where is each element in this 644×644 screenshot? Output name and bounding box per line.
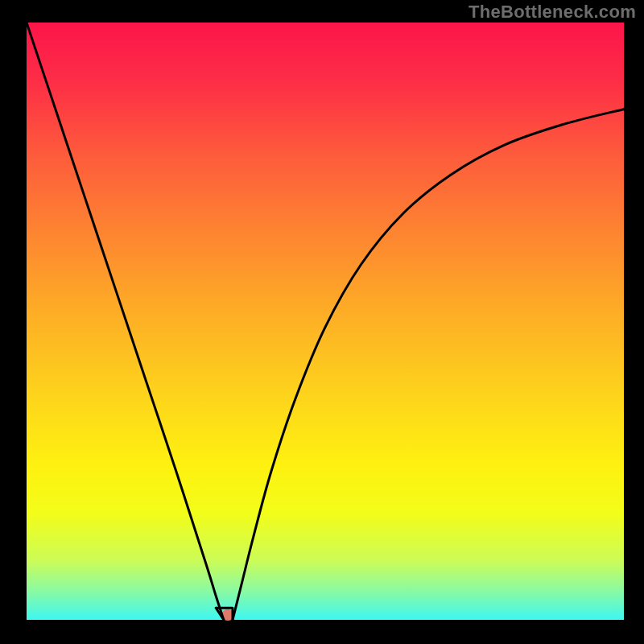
curve-svg [27, 23, 624, 620]
chart-frame: TheBottleneck.com [0, 0, 644, 644]
curve-left-branch [27, 23, 224, 620]
plot-area [27, 23, 624, 620]
watermark-text: TheBottleneck.com [469, 2, 636, 23]
curve-right-branch [233, 109, 624, 620]
